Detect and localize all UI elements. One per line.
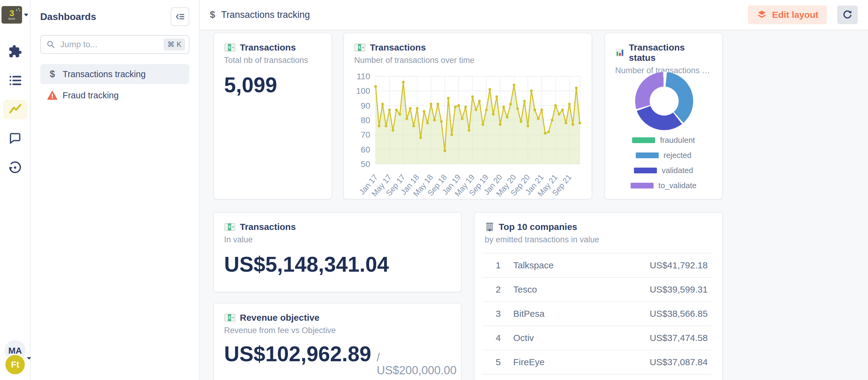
keyboard-shortcut-badge: ⌘ K xyxy=(164,38,185,51)
table-row[interactable]: 1TalkspaceUS$41,792.18 xyxy=(483,254,712,278)
bar-chart-emoji-icon xyxy=(615,48,624,57)
main-header: $ Transactions tracking Edit layout xyxy=(199,0,868,30)
cell-rank: 4 xyxy=(496,333,513,343)
main-area: $ Transactions tracking Edit layout xyxy=(199,0,868,380)
dollar-icon: $ xyxy=(210,9,215,20)
widget-subtitle: In value xyxy=(224,235,451,244)
icon-rail: 3 Bank xyxy=(0,0,31,380)
widget-total-transactions: € Transactions Total nb of transactions … xyxy=(213,33,332,199)
kpi-value: 5,099 xyxy=(224,73,321,97)
layers-icon xyxy=(756,9,767,20)
banknote-emoji-icon: € xyxy=(224,43,236,52)
collapse-panel-button[interactable] xyxy=(170,7,189,26)
history-icon[interactable] xyxy=(3,158,27,177)
widget-title: Transactions xyxy=(240,222,296,232)
search-input[interactable] xyxy=(60,39,159,50)
widget-top10-companies: Top 10 companies by emitted transactions… xyxy=(474,212,723,380)
status-donut-chart[interactable] xyxy=(635,72,693,130)
warning-triangle-icon xyxy=(47,90,58,100)
legend-label: validated xyxy=(662,166,693,175)
collapse-icon xyxy=(175,11,185,22)
svg-text:90: 90 xyxy=(361,101,370,111)
transactions-line-chart[interactable]: 5060708090100110Jan 17May 17Sep 17Jan 18… xyxy=(344,33,592,199)
legend-label: rejected xyxy=(663,151,692,160)
user-caret-down-icon[interactable] xyxy=(27,357,31,360)
org-caret-down-icon[interactable] xyxy=(24,13,28,16)
legend-item[interactable]: rejected xyxy=(636,151,692,160)
cell-company: Octiv xyxy=(513,333,650,343)
sidebar-item-label: Transactions tracking xyxy=(63,69,146,79)
panel-title: Dashboards xyxy=(40,11,96,22)
integrations-puzzle-icon[interactable] xyxy=(3,42,27,61)
cell-amount: US$41,792.18 xyxy=(650,260,708,270)
refresh-button[interactable] xyxy=(837,5,858,24)
svg-text:80: 80 xyxy=(361,116,370,125)
widget-transactions-in-value: € Transactions In value US$5,148,341.04 xyxy=(213,212,462,292)
cell-rank: 5 xyxy=(496,357,513,367)
cell-amount: US$37,474.58 xyxy=(650,333,708,343)
cell-rank: 1 xyxy=(496,260,513,270)
dollar-icon: $ xyxy=(47,69,58,80)
widget-title: Top 10 companies xyxy=(499,222,577,232)
kpi-value: US$5,148,341.04 xyxy=(224,252,451,276)
svg-text:70: 70 xyxy=(361,130,370,140)
widget-subtitle: Total nb of transactions xyxy=(224,56,321,65)
kpi-value: US$102,962.89 xyxy=(224,342,371,366)
cell-amount: US$38,566.85 xyxy=(650,309,708,319)
cell-company: Tesco xyxy=(513,284,650,295)
widget-subtitle: by emitted transactions in value xyxy=(485,235,712,244)
dashboard-content: € Transactions Total nb of transactions … xyxy=(199,30,868,380)
chat-icon[interactable] xyxy=(3,129,27,148)
org-logo[interactable]: 3 Bank xyxy=(1,6,22,24)
widget-revenue-objective: € Revenue objective Revenue from fee vs … xyxy=(213,303,462,380)
svg-text:110: 110 xyxy=(356,72,370,81)
banknote-emoji-icon: € xyxy=(224,223,236,231)
banknote-emoji-icon: € xyxy=(224,313,236,322)
table-row[interactable]: 4OctivUS$37,474.58 xyxy=(483,326,712,350)
sidebar-item-label: Fraud tracking xyxy=(63,90,119,100)
legend-item[interactable]: fraudulent xyxy=(632,136,695,145)
widget-title: Transactions xyxy=(240,42,296,53)
user-avatar[interactable]: Ft xyxy=(4,354,26,375)
svg-text:€: € xyxy=(228,46,230,50)
svg-text:€: € xyxy=(228,225,230,229)
cell-amount: US$37,087.84 xyxy=(650,357,708,367)
cell-rank: 2 xyxy=(496,284,513,295)
dashboards-panel: Dashboards ⌘ K $ Transactions tracking xyxy=(31,0,199,380)
sidebar-item-transactions-tracking[interactable]: $ Transactions tracking xyxy=(40,64,189,84)
edit-layout-button[interactable]: Edit layout xyxy=(748,5,827,24)
legend-swatch xyxy=(632,137,655,143)
svg-text:50: 50 xyxy=(361,159,370,169)
widget-title: Transactions status xyxy=(629,42,712,63)
dashboards-activity-icon[interactable] xyxy=(3,100,27,119)
widget-transactions-over-time: € Transactions Number of transactions ov… xyxy=(343,33,592,199)
legend-item[interactable]: validated xyxy=(634,166,693,175)
sidebar-item-fraud-tracking[interactable]: Fraud tracking xyxy=(40,85,189,105)
svg-text:60: 60 xyxy=(361,145,370,154)
table-row[interactable]: 3BitPesaUS$38,566.85 xyxy=(483,302,712,326)
table-row[interactable]: 5FireEyeUS$37,087.84 xyxy=(483,350,712,375)
svg-text:100: 100 xyxy=(356,86,370,96)
cell-rank: 3 xyxy=(496,309,513,319)
status-legend: fraudulentrejectedvalidatedto_validate xyxy=(605,136,722,190)
cell-company: Talkspace xyxy=(513,260,650,270)
logo-text: 3 xyxy=(9,9,14,17)
cell-amount: US$39,599.31 xyxy=(650,284,708,295)
data-list-icon[interactable] xyxy=(3,71,27,90)
legend-item[interactable]: to_validate xyxy=(630,181,696,190)
refresh-icon xyxy=(842,9,853,20)
office-building-emoji-icon xyxy=(485,222,495,232)
top10-table: 1TalkspaceUS$41,792.182TescoUS$39,599.31… xyxy=(483,253,712,375)
kpi-target: / US$200,000.00 xyxy=(377,351,457,377)
edit-layout-label: Edit layout xyxy=(772,10,818,20)
table-row[interactable]: 2TescoUS$39,599.31 xyxy=(483,278,712,302)
legend-swatch xyxy=(636,152,659,158)
legend-swatch xyxy=(634,168,657,173)
widget-subtitle: Revenue from fee vs Objective xyxy=(224,326,451,335)
page-title-text: Transactions tracking xyxy=(221,9,310,20)
svg-text:€: € xyxy=(228,316,230,320)
legend-label: fraudulent xyxy=(660,136,695,145)
jump-to-search[interactable]: ⌘ K xyxy=(40,35,189,54)
search-icon xyxy=(46,40,55,49)
page-title: $ Transactions tracking xyxy=(210,9,310,20)
